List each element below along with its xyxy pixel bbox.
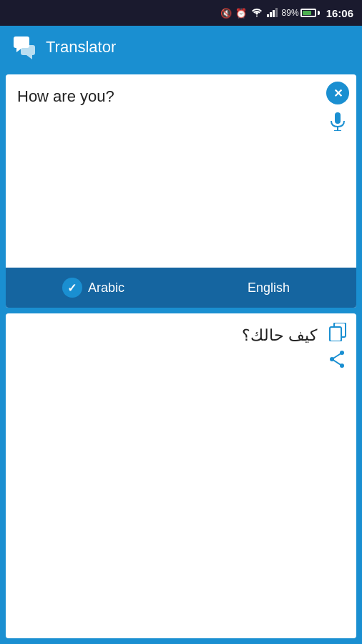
svg-line-16 — [332, 353, 342, 359]
language-arabic[interactable]: Arabic — [6, 268, 181, 308]
output-text: كيف حالك؟ — [6, 313, 356, 358]
copy-button[interactable] — [326, 321, 349, 343]
alarm-icon: ⏰ — [235, 8, 247, 19]
language-bar: Arabic English — [6, 268, 356, 308]
mute-icon: 🔇 — [220, 8, 232, 19]
svg-rect-8 — [335, 112, 341, 124]
arabic-label: Arabic — [88, 280, 124, 296]
main-content: How are you? Arabic English — [0, 69, 362, 644]
chat-bubbles-icon — [12, 35, 36, 59]
check-circle — [62, 278, 82, 298]
battery-icon: 89% — [282, 8, 320, 18]
input-card: How are you? Arabic English — [6, 74, 356, 308]
copy-icon — [328, 323, 347, 341]
microphone-icon — [330, 112, 346, 131]
svg-rect-2 — [273, 10, 275, 17]
status-bar: 🔇 ⏰ 89% — [0, 0, 362, 26]
svg-marker-7 — [26, 55, 32, 59]
battery-percent: 89% — [282, 8, 299, 18]
signal-icon — [267, 7, 278, 19]
svg-rect-6 — [21, 45, 35, 55]
status-icons: 🔇 ⏰ 89% — [220, 7, 353, 19]
output-card: كيف حالك؟ — [6, 313, 356, 638]
wifi-icon — [250, 7, 263, 19]
svg-rect-0 — [267, 14, 269, 17]
share-icon — [329, 351, 346, 368]
language-english[interactable]: English — [181, 268, 356, 308]
mic-button[interactable] — [326, 110, 349, 133]
status-time: 16:06 — [326, 7, 353, 19]
english-label: English — [248, 280, 290, 296]
share-button[interactable] — [326, 348, 349, 371]
svg-rect-3 — [275, 8, 278, 17]
svg-rect-12 — [330, 327, 341, 341]
app-icon-container — [11, 34, 37, 60]
input-text[interactable]: How are you? — [6, 74, 356, 268]
svg-line-17 — [332, 359, 342, 366]
clear-button[interactable] — [326, 82, 349, 104]
app-bar: Translator — [0, 26, 362, 69]
svg-rect-1 — [270, 12, 272, 17]
app-title: Translator — [46, 38, 116, 57]
